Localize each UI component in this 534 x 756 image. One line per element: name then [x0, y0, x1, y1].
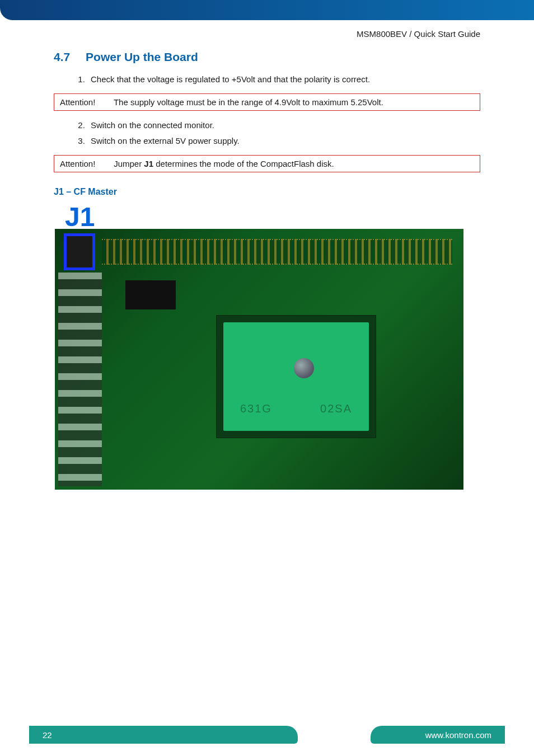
- page-content: 4.7 Power Up the Board Check that the vo…: [54, 50, 480, 490]
- step-item: Check that the voltage is regulated to +…: [87, 72, 480, 88]
- top-accent-bar: [0, 0, 534, 20]
- subheading-j1: J1 – CF Master: [54, 187, 480, 197]
- j1-highlight-box: [64, 233, 95, 270]
- page-number-value: 22: [43, 730, 52, 740]
- attention-label: Attention!: [60, 159, 111, 168]
- section-heading: 4.7 Power Up the Board: [54, 50, 480, 64]
- attention-text: The supply voltage must be in the range …: [114, 97, 383, 107]
- chip-marking-left: 631G: [240, 402, 272, 415]
- section-title: Power Up the Board: [86, 50, 198, 63]
- attention-box-voltage: Attention! The supply voltage must be in…: [54, 93, 480, 111]
- ic-black: [125, 280, 176, 309]
- attention-text-suffix: determines the mode of the CompactFlash …: [153, 159, 334, 168]
- footer-url: www.kontron.com: [371, 726, 505, 744]
- section-number: 4.7: [54, 50, 70, 63]
- chip-marking-right: 02SA: [320, 402, 352, 415]
- footer-url-value: www.kontron.com: [425, 730, 491, 740]
- attention-text-bold: J1: [144, 159, 153, 168]
- chip-rivet-icon: [294, 358, 314, 378]
- steps-list-2: Switch on the connected monitor. Switch …: [87, 118, 480, 149]
- footer-page-number: 22: [29, 726, 298, 744]
- jumper-callout-label: J1: [65, 201, 480, 232]
- step-item: Switch on the external 5V power supply.: [87, 133, 480, 149]
- attention-box-jumper: Attention! Jumper J1 determines the mode…: [54, 155, 480, 172]
- main-chip: 631G 02SA: [216, 315, 376, 438]
- header-doc-title: MSM800BEV / Quick Start Guide: [357, 29, 480, 39]
- attention-label: Attention!: [60, 97, 111, 107]
- page-footer: 22 www.kontron.com: [29, 726, 505, 744]
- header-pins-top: [102, 239, 452, 265]
- steps-list-1: Check that the voltage is regulated to +…: [87, 72, 480, 88]
- board-photo: 631G 02SA: [55, 229, 463, 490]
- attention-text-prefix: Jumper: [114, 159, 144, 168]
- step-item: Switch on the connected monitor.: [87, 118, 480, 134]
- edge-connector-left: [58, 273, 102, 486]
- chip-core: 631G 02SA: [223, 322, 369, 431]
